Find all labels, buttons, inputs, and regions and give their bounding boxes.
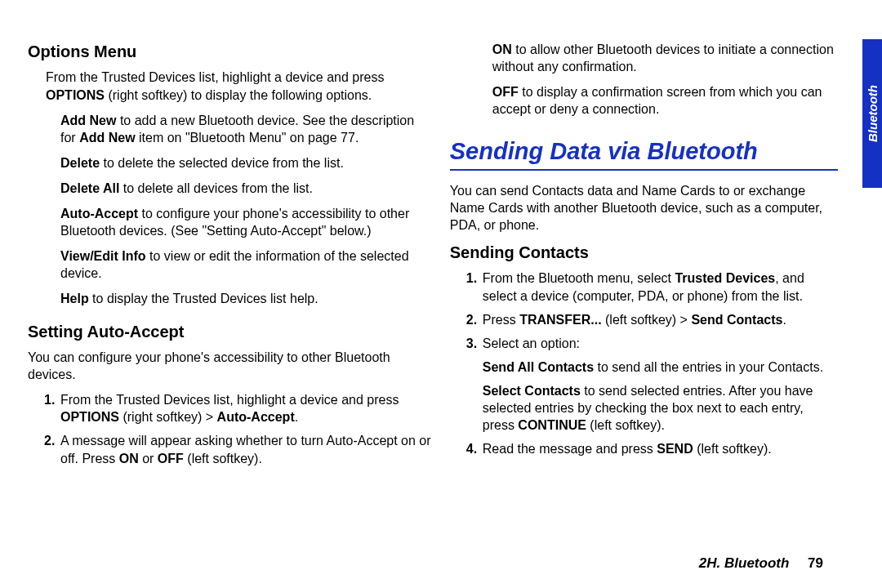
auto-accept-steps: 1. From the Trusted Devices list, highli… xyxy=(28,391,432,466)
text: From the Trusted Devices list, highlight… xyxy=(60,393,399,407)
label-on: ON xyxy=(119,452,139,466)
heading-underline xyxy=(450,169,838,171)
label-on: ON xyxy=(492,42,512,56)
softkey-continue: CONTINUE xyxy=(518,418,586,432)
text: From the Bluetooth menu, select xyxy=(483,271,675,285)
options-intro: From the Trusted Devices list, highlight… xyxy=(28,69,432,103)
heading-sending-contacts: Sending Contacts xyxy=(450,242,838,263)
step-4: 4. Read the message and press SEND (left… xyxy=(483,440,838,457)
text: From the Trusted Devices list, highlight… xyxy=(46,70,384,84)
step-number: 1. xyxy=(44,391,55,408)
text: to delete all devices from the list. xyxy=(119,181,313,195)
step-number: 2. xyxy=(466,311,477,328)
column-right: ON to allow other Bluetooth devices to i… xyxy=(450,41,854,572)
step-number: 3. xyxy=(466,335,477,352)
text: to display a confirmation screen from wh… xyxy=(492,85,822,116)
option-add-new: Add New to add a new Bluetooth device. S… xyxy=(28,112,432,146)
step-1: 1. From the Trusted Devices list, highli… xyxy=(60,391,432,425)
option-send-all: Send All Contacts to send all the entrie… xyxy=(483,359,838,376)
label: Select Contacts xyxy=(483,384,581,398)
softkey-options: OPTIONS xyxy=(46,88,105,102)
text: (left softkey). xyxy=(693,442,772,456)
step-number: 1. xyxy=(466,270,477,287)
softkey-send: SEND xyxy=(657,442,693,456)
step-number: 2. xyxy=(44,432,55,449)
label: Auto-Accept xyxy=(60,207,138,220)
step-number: 4. xyxy=(466,440,477,457)
text: . xyxy=(782,313,786,327)
step-2: 2. A message will appear asking whether … xyxy=(60,432,432,466)
heading-sending-data: Sending Data via Bluetooth xyxy=(450,136,838,167)
menu-send-contacts: Send Contacts xyxy=(691,313,782,327)
text: or xyxy=(139,452,158,466)
text: . xyxy=(295,410,298,424)
softkey-options: OPTIONS xyxy=(60,410,119,424)
label: View/Edit Info xyxy=(60,249,146,263)
step-1: 1. From the Bluetooth menu, select Trust… xyxy=(483,270,838,304)
label-off: OFF xyxy=(492,85,519,99)
column-left: Options Menu From the Trusted Devices li… xyxy=(28,41,432,572)
text: (right softkey) to display the following… xyxy=(105,88,372,102)
text: Press xyxy=(483,313,519,327)
text: (left softkey). xyxy=(586,418,665,432)
text: to display the Trusted Devices list help… xyxy=(89,292,318,305)
text: item on "Bluetooth Menu" on page 77. xyxy=(136,131,359,145)
page-footer: 2H. Bluetooth 79 xyxy=(699,555,823,572)
label: Add New xyxy=(79,131,135,145)
sending-intro: You can send Contacts data and Name Card… xyxy=(450,182,838,234)
manual-page: Options Menu From the Trusted Devices li… xyxy=(0,0,882,588)
label: Send All Contacts xyxy=(483,360,594,374)
page-number: 79 xyxy=(808,555,823,571)
option-help: Help to display the Trusted Devices list… xyxy=(28,290,432,307)
option-auto-accept: Auto-Accept to configure your phone's ac… xyxy=(28,205,432,239)
option-select-contacts: Select Contacts to send selected entries… xyxy=(483,382,838,434)
section-tab-bluetooth: Bluetooth xyxy=(862,39,882,188)
menu-auto-accept: Auto-Accept xyxy=(217,410,295,424)
sending-contacts-steps: 1. From the Bluetooth menu, select Trust… xyxy=(450,270,838,457)
step-3: 3. Select an option: Send All Contacts t… xyxy=(483,335,838,434)
text: (left softkey) > xyxy=(602,313,692,327)
option-off: OFF to display a confirmation screen fro… xyxy=(450,83,838,118)
text: to delete the selected device from the l… xyxy=(100,156,344,170)
option-on: ON to allow other Bluetooth devices to i… xyxy=(450,41,838,75)
setting-intro: You can configure your phone's accessibi… xyxy=(28,349,432,383)
softkey-transfer: TRANSFER... xyxy=(519,313,601,327)
step-2: 2. Press TRANSFER... (left softkey) > Se… xyxy=(483,311,838,328)
text: to send all the entries in your Contacts… xyxy=(594,360,823,374)
option-view-edit-info: View/Edit Info to view or edit the infor… xyxy=(28,247,432,282)
label: Add New xyxy=(60,114,116,127)
heading-setting-auto-accept: Setting Auto-Accept xyxy=(28,321,432,342)
label: Help xyxy=(60,292,89,305)
heading-options-menu: Options Menu xyxy=(28,41,432,62)
text: (right softkey) > xyxy=(119,410,217,424)
label-off: OFF xyxy=(158,452,184,466)
footer-section: 2H. Bluetooth xyxy=(699,555,790,571)
option-delete: Delete to delete the selected device fro… xyxy=(28,154,432,172)
label: Delete All xyxy=(60,181,119,195)
option-delete-all: Delete All to delete all devices from th… xyxy=(28,180,432,197)
label: Delete xyxy=(60,156,100,170)
menu-trusted-devices: Trusted Devices xyxy=(675,271,775,285)
text: to allow other Bluetooth devices to init… xyxy=(492,42,834,74)
text: Read the message and press xyxy=(483,442,657,456)
text: (left softkey). xyxy=(184,452,262,466)
text: Select an option: xyxy=(483,336,580,350)
